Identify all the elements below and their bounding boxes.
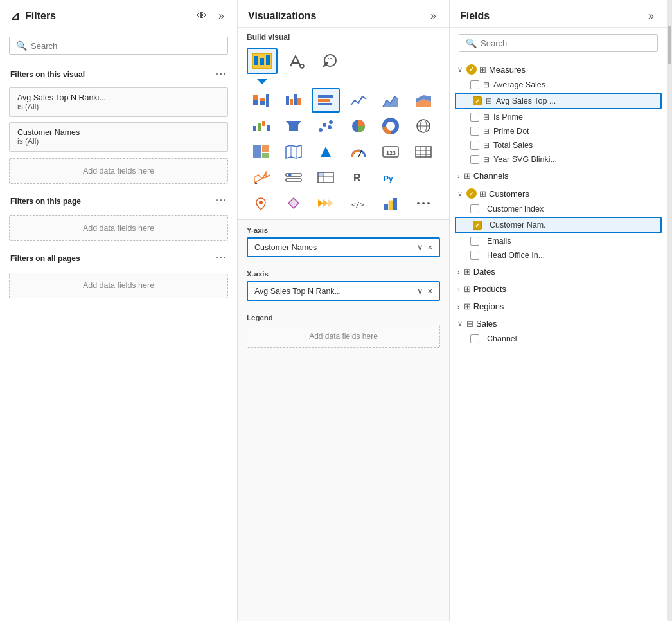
tree-group-sales-header[interactable]: ∨ ⊞ Sales	[450, 316, 667, 332]
viz-icon-map[interactable]	[279, 140, 308, 164]
viz-icon-funnel[interactable]	[279, 114, 308, 138]
viz-icon-python[interactable]: Py	[376, 165, 405, 190]
svg-marker-45	[321, 147, 331, 157]
svg-point-32	[329, 120, 333, 124]
fields-search-input[interactable]	[481, 39, 651, 48]
filters-page-add[interactable]: Add data fields here	[9, 215, 228, 241]
viz-icon-pie[interactable]	[344, 114, 373, 138]
build-visual-label: Build visual	[238, 28, 449, 46]
tree-group-customers-header[interactable]: ∨ ✓ ⊞ Customers	[450, 185, 667, 202]
filters-visual-menu[interactable]: ···	[215, 68, 227, 81]
tree-item-prime-dot[interactable]: ⊟ Prime Dot	[450, 124, 667, 138]
emails-checkbox[interactable]	[470, 237, 479, 246]
viz-icon-treemap[interactable]	[247, 140, 275, 164]
svg-rect-20	[318, 103, 332, 105]
x-axis-field[interactable]: Avg Sales Top N Rank... ∨ ×	[247, 281, 440, 301]
filters-expand-button[interactable]: »	[216, 9, 227, 23]
year-svg-field-icon: ⊟	[483, 155, 490, 164]
viz-icon-more-row5[interactable]	[409, 191, 438, 215]
tree-item-emails[interactable]: Emails	[450, 234, 667, 248]
legend-empty[interactable]: Add data fields here	[247, 325, 440, 348]
viz-expand-button[interactable]: »	[428, 9, 439, 23]
viz-icon-donut[interactable]	[376, 114, 405, 138]
tree-group-dates-header[interactable]: › ⊞ Dates	[450, 264, 667, 280]
fields-scrollbar-track[interactable]	[667, 0, 672, 621]
svg-marker-68	[318, 199, 323, 207]
viz-icon-kpi[interactable]: ▲	[247, 165, 275, 190]
viz-icon-line[interactable]	[344, 88, 373, 113]
viz-icon-table[interactable]	[409, 140, 438, 164]
tree-item-customer-names[interactable]: Customer Nam.	[455, 217, 662, 233]
viz-icon-area[interactable]	[376, 88, 405, 113]
tree-item-head-office[interactable]: Head Office In...	[450, 248, 667, 262]
viz-tab-format[interactable]	[280, 48, 311, 74]
legend-label: Legend	[247, 314, 440, 321]
customer-names-checkbox[interactable]	[473, 221, 482, 230]
is-prime-checkbox[interactable]	[470, 113, 479, 122]
tree-group-regions-header[interactable]: › ⊞ Regions	[450, 298, 667, 314]
svg-text:</>: </>	[351, 201, 364, 209]
viz-icon-bar-selected[interactable]	[312, 88, 340, 113]
viz-icon-waterfall[interactable]	[247, 114, 275, 138]
viz-icon-chevron-visual[interactable]	[312, 191, 340, 215]
viz-icon-stacked-area[interactable]	[409, 88, 438, 113]
channels-chevron-icon: ›	[457, 172, 460, 180]
total-sales-checkbox[interactable]	[470, 141, 479, 150]
tree-item-avg-sales-top[interactable]: ⊟ Avg Sales Top ...	[455, 93, 662, 109]
tree-group-measures-header[interactable]: ∨ ✓ ⊞ Measures	[450, 61, 667, 78]
viz-icon-stacked-bar[interactable]	[247, 88, 275, 113]
tree-item-channel[interactable]: Channel	[450, 332, 667, 346]
avg-sales-checkbox[interactable]	[470, 80, 479, 89]
x-axis-chevron-icon[interactable]: ∨	[417, 286, 423, 296]
tree-item-customer-index[interactable]: Customer Index	[450, 202, 667, 216]
filter-card-customer-names[interactable]: Customer Names is (All)	[9, 122, 228, 152]
filters-eye-button[interactable]: 👁	[194, 9, 209, 23]
svg-rect-18	[318, 95, 333, 98]
channel-checkbox[interactable]	[470, 334, 479, 343]
viz-icon-code[interactable]: </>	[344, 191, 373, 215]
y-axis-close-icon[interactable]: ×	[427, 242, 432, 252]
viz-icon-globe[interactable]	[409, 114, 438, 138]
tree-group-dates: › ⊞ Dates	[450, 264, 667, 280]
fields-scrollbar-thumb[interactable]	[668, 26, 671, 64]
y-axis-field[interactable]: Customer Names ∨ ×	[247, 237, 440, 257]
filters-search-box: 🔍	[9, 37, 228, 55]
x-axis-close-icon[interactable]: ×	[427, 286, 432, 296]
viz-icon-matrix[interactable]	[312, 165, 340, 190]
viz-tab-analytics[interactable]	[314, 48, 344, 74]
tree-item-is-prime[interactable]: ⊟ Is Prime	[450, 110, 667, 124]
viz-icon-arrow-up[interactable]	[312, 140, 340, 164]
tree-item-total-sales[interactable]: ⊟ Total Sales	[450, 138, 667, 152]
viz-icon-diamond[interactable]	[279, 191, 308, 215]
viz-icon-clustered-bar[interactable]	[279, 88, 308, 113]
viz-icon-more-row3[interactable]	[409, 165, 438, 190]
filters-search-input[interactable]	[31, 41, 221, 51]
viz-icon-card[interactable]: 123	[376, 140, 405, 164]
customer-index-checkbox[interactable]	[470, 204, 479, 213]
viz-icon-gauge[interactable]	[344, 140, 373, 164]
filters-panel: ⊿ Filters 👁 » 🔍 Filters on this visual ·…	[0, 0, 238, 621]
y-axis-chevron-icon[interactable]: ∨	[417, 242, 423, 252]
customers-table-icon: ⊞	[479, 189, 486, 199]
viz-icon-scatter[interactable]	[312, 114, 340, 138]
year-svg-checkbox[interactable]	[470, 155, 479, 164]
filters-allpages-add[interactable]: Add data fields here	[9, 273, 228, 298]
filters-allpages-menu[interactable]: ···	[215, 251, 227, 265]
filter-card-avg-sales[interactable]: Avg Sales Top N Ranki... is (All)	[9, 87, 228, 117]
filters-page-menu[interactable]: ···	[215, 194, 227, 208]
fields-expand-button[interactable]: »	[646, 9, 657, 23]
filters-visual-add[interactable]: Add data fields here	[9, 158, 228, 184]
tree-item-avg-sales[interactable]: ⊟ Average Sales	[450, 78, 667, 92]
viz-icon-slicer[interactable]	[279, 165, 308, 190]
head-office-checkbox[interactable]	[470, 251, 479, 260]
viz-icon-custom[interactable]	[376, 191, 405, 215]
tree-group-products-header[interactable]: › ⊞ Products	[450, 281, 667, 297]
avg-sales-field-icon: ⊟	[483, 80, 490, 89]
tree-group-channels-header[interactable]: › ⊞ Channels	[450, 168, 667, 184]
avg-sales-top-checkbox[interactable]	[473, 96, 482, 105]
viz-icon-r-script[interactable]: R	[344, 165, 373, 190]
viz-icon-location-map[interactable]	[247, 191, 275, 215]
viz-tab-build[interactable]	[247, 48, 278, 74]
prime-dot-checkbox[interactable]	[470, 127, 479, 136]
tree-item-year-svg[interactable]: ⊟ Year SVG Blinki...	[450, 152, 667, 166]
